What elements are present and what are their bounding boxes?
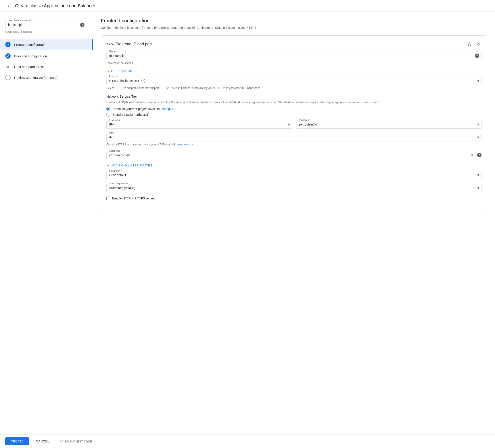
tier-premium-radio[interactable] [106, 107, 110, 111]
tier-change-link[interactable]: change [162, 107, 172, 111]
protocol-select-wrapper: HTTP HTTPS (includes HTTP/2) ▾ [106, 77, 481, 85]
ip-version-group: IP version IPv4 IPv6 ▾ [106, 120, 292, 129]
quic-label: QUIC negotiation [108, 182, 128, 185]
sidebar: Load Balancer name * ? Lowercase, no spa… [0, 12, 93, 434]
tier-standard-option[interactable]: Standard (asia-northeast1) [106, 113, 481, 117]
network-tier-heading: Network Service Tier [106, 95, 481, 98]
sidebar-item-label-backend: Backend configuration [14, 54, 47, 58]
quic-select-wrapper: Automatic (default) Enabled Disabled ▾ [106, 184, 481, 192]
lb-name-help-icon[interactable]: ? [80, 23, 84, 27]
ssl-policy-group: SSL policy * GCP default ▾ [106, 171, 481, 179]
lb-name-input[interactable] [8, 23, 80, 27]
http-redirect-checkbox[interactable] [106, 197, 110, 200]
tier-radio-group: Premium (Current project-level tier, cha… [106, 107, 481, 117]
sidebar-item-review[interactable]: i Review and finalize (optional) [0, 72, 93, 83]
sidebar-item-label-frontend: Frontend configuration [14, 43, 47, 46]
certificate-select-wrapper: cert-xroidstudio ▾ [106, 151, 475, 159]
additional-certs-toggle[interactable]: ADDITIONAL CERTIFICATES [106, 164, 481, 167]
port-hint: Classic HTTPS load balancing only suppor… [106, 143, 481, 146]
lb-name-section: Load Balancer name * ? Lowercase, no spa… [0, 17, 93, 39]
lb-name-field-wrapper: ? [5, 21, 87, 29]
delete-button[interactable] [467, 41, 473, 47]
port-label: Port [108, 131, 114, 134]
nav-steps: Frontend configuration Backend configura… [0, 39, 93, 429]
ssl-policy-select[interactable]: GCP default [106, 171, 481, 179]
ssl-policy-label: SSL policy * [108, 169, 123, 172]
collapse-button[interactable] [475, 41, 481, 47]
tier-premium-option[interactable]: Premium (Current project-level tier, cha… [106, 107, 481, 111]
tier-standard-radio[interactable] [106, 113, 110, 117]
cancel-button[interactable]: CANCEL [31, 437, 55, 445]
certificate-select[interactable]: cert-xroidstudio [106, 151, 475, 159]
name-input-row: ? [106, 52, 481, 60]
name-field-group: Name ? Lowercase, no spaces. [106, 52, 481, 65]
protocol-label: Protocol [108, 75, 119, 78]
content-description: Configure the load balancer's frontend I… [101, 26, 487, 30]
name-field-label: Name [108, 50, 116, 53]
step-icon-host-path [7, 66, 9, 68]
chevron-down-icon [106, 70, 110, 73]
back-button[interactable] [5, 3, 12, 9]
quic-select[interactable]: Automatic (default) Enabled Disabled [106, 184, 481, 192]
sidebar-item-host-path[interactable]: Host and path rules [0, 62, 93, 72]
lb-name-hint: Lowercase, no spaces. [5, 30, 87, 33]
port-field-group: Port 443 ▾ Classic HTTPS load balancing … [106, 133, 481, 146]
description-toggle[interactable]: DESCRIPTION [106, 70, 481, 73]
port-learn-more[interactable]: Learn more ↗ [177, 143, 193, 146]
step-icon-backend [5, 53, 11, 59]
port-select[interactable]: 443 [106, 133, 481, 142]
ip-version-select[interactable]: IPv4 IPv6 [106, 120, 292, 129]
http-redirect-group: Enable HTTP to HTTPS redirect [106, 197, 481, 200]
page-title: Create classic Application Load Balancer [15, 3, 95, 8]
ip-address-group: IP address ip-xroidstudio ▾ [296, 120, 481, 129]
port-select-wrapper: 443 ▾ [106, 133, 481, 142]
name-hint: Lowercase, no spaces. [106, 61, 481, 65]
main-layout: Load Balancer name * ? Lowercase, no spa… [0, 12, 495, 434]
ssl-policy-select-wrapper: GCP default ▾ [106, 171, 481, 179]
sidebar-item-backend[interactable]: Backend configuration [0, 50, 93, 62]
step-icon-frontend [5, 42, 11, 47]
create-button[interactable]: CREATE [5, 437, 29, 445]
card-actions [467, 41, 481, 47]
main-content: Frontend configuration Configure the loa… [93, 12, 495, 434]
ip-address-label: IP address [298, 119, 311, 121]
network-tier-body: Classic HTTP(S) load balancing supports … [106, 100, 481, 104]
step-icon-review: i [5, 75, 11, 80]
protocol-hint: Select HTTPS to support clients that sup… [106, 86, 481, 90]
ip-address-select-wrapper: ip-xroidstudio ▾ [296, 120, 481, 129]
card-header: New Frontend IP and port [106, 41, 481, 47]
quic-group: QUIC negotiation Automatic (default) Ena… [106, 184, 481, 192]
footer: CREATE CANCEL EQUIVALENT CODE [0, 434, 495, 448]
protocol-select[interactable]: HTTP HTTPS (includes HTTP/2) [106, 77, 481, 85]
name-help-icon[interactable]: ? [475, 54, 479, 58]
protocol-field-group: Protocol HTTP HTTPS (includes HTTP/2) ▾ … [106, 77, 481, 90]
ip-address-select[interactable]: ip-xroidstudio [296, 120, 481, 129]
sidebar-item-frontend[interactable]: Frontend configuration [0, 39, 93, 50]
ip-row: IP version IPv4 IPv6 ▾ IP address ip-xro… [106, 120, 481, 129]
certificate-row: cert-xroidstudio ▾ ? [106, 151, 481, 159]
network-tier-learn-more[interactable]: Learn more ↗ [364, 101, 381, 104]
code-icon [60, 440, 64, 443]
equivalent-code-button[interactable]: EQUIVALENT CODE [56, 437, 95, 445]
name-input[interactable] [106, 52, 481, 60]
page-header: Create classic Application Load Balancer [0, 0, 495, 12]
http-redirect-checkbox-label[interactable]: Enable HTTP to HTTPS redirect [106, 197, 481, 200]
card-title: New Frontend IP and port [106, 42, 152, 46]
additional-certs-chevron-icon [106, 164, 110, 167]
certificate-field-group: Certificate * cert-xroidstudio ▾ ? [106, 151, 481, 159]
lb-name-label: Load Balancer name * [7, 19, 33, 22]
sidebar-item-label-review: Review and finalize (optional) [14, 76, 57, 79]
certificate-help-icon[interactable]: ? [477, 153, 481, 157]
sidebar-item-label-host-path: Host and path rules [14, 65, 43, 69]
ip-version-label: IP version [108, 119, 121, 121]
certificate-label: Certificate * [108, 149, 123, 152]
content-title: Frontend configuration [101, 18, 487, 24]
frontend-card: New Frontend IP and port [101, 35, 487, 210]
ip-version-select-wrapper: IPv4 IPv6 ▾ [106, 120, 292, 129]
